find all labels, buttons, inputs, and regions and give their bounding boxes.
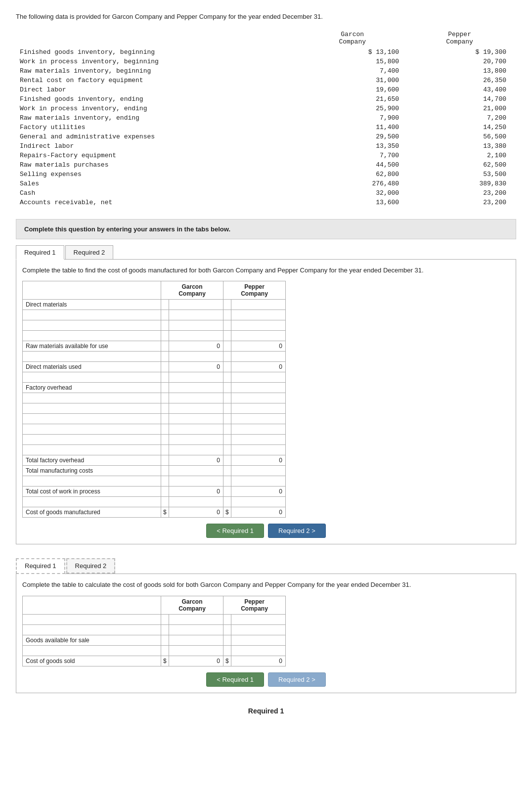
table-row [23, 310, 286, 320]
table-row: Goods available for sale [23, 635, 286, 645]
tab-required2-s1[interactable]: Required 2 [65, 245, 114, 259]
bottom-required1-label: Required 1 [16, 707, 516, 715]
section2-prev-button[interactable]: < Required 1 [206, 672, 264, 687]
table-row: Total factory overhead 0 0 [23, 455, 286, 466]
section1-content: Complete the table to find the cost of g… [16, 260, 516, 545]
table-row: Direct materials [23, 300, 286, 310]
section2-tabs-row: Required 1 Required 2 [16, 558, 516, 574]
section1-tabs: Required 1 Required 2 [16, 245, 516, 260]
section1-tabs-row: Required 1 Required 2 [16, 245, 516, 260]
table-row: Cost of goods manufactured $ 0 $ 0 [23, 507, 286, 518]
table-row [23, 393, 286, 403]
section1-next-button[interactable]: Required 2 > [268, 524, 326, 538]
tab-required2-s2[interactable]: Required 2 [66, 558, 116, 574]
table-row [23, 645, 286, 656]
table-row: Raw materials available for use 0 0 [23, 341, 286, 352]
section1-description: Complete the table to find the cost of g… [22, 266, 510, 275]
section2-description: Complete the table to calculate the cost… [22, 580, 510, 590]
table-row [23, 476, 286, 487]
question-box: Complete this question by entering your … [16, 219, 516, 239]
table-row: Factory overhead [23, 383, 286, 393]
section2-nav: < Required 1 Required 2 > [22, 672, 510, 687]
tab-required1-s2[interactable]: Required 1 [16, 558, 65, 574]
table-row [23, 372, 286, 383]
table-row [23, 331, 286, 341]
table-row [23, 414, 286, 424]
intro-text: The following data is provided for Garco… [16, 12, 516, 22]
section1-calc-table: GarconCompany PepperCompany Direct mater… [22, 281, 286, 518]
data-table: GarconCompany PepperCompany Finished goo… [16, 30, 516, 207]
table-row [23, 352, 286, 362]
table-row [23, 445, 286, 455]
section2-wrapper: Required 1 Required 2 Complete the table… [16, 558, 516, 693]
section2-tabs: Required 1 Required 2 [16, 558, 516, 574]
table-row [23, 624, 286, 635]
section1-nav: < Required 1 Required 2 > [22, 524, 510, 538]
section2-calc-table: GarconCompany PepperCompany [22, 596, 286, 666]
tab-required1-s1[interactable]: Required 1 [16, 245, 64, 260]
table-row [23, 424, 286, 435]
table-row [23, 497, 286, 507]
table-row: Total manufacturing costs [23, 466, 286, 476]
section2-next-button[interactable]: Required 2 > [268, 672, 326, 687]
table-row: Total cost of work in process 0 0 [23, 487, 286, 497]
section1-prev-button[interactable]: < Required 1 [206, 524, 264, 538]
table-row: Cost of goods sold $ 0 $ 0 [23, 656, 286, 666]
table-row: Direct materials used 0 0 [23, 362, 286, 372]
section1-wrapper: Required 1 Required 2 Complete the table… [16, 245, 516, 545]
table-row [23, 614, 286, 624]
table-row [23, 320, 286, 331]
section2-content: Complete the table to calculate the cost… [16, 574, 516, 693]
table-row [23, 403, 286, 414]
table-row [23, 435, 286, 445]
